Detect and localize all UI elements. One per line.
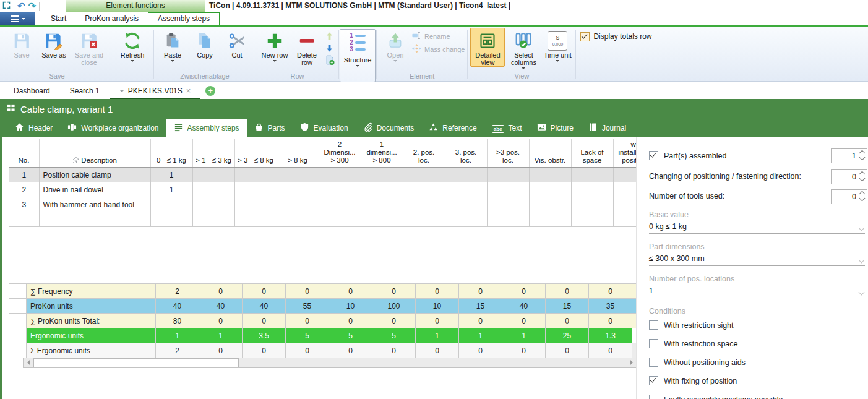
ribbon-tab-assembly-steps[interactable]: Assembly steps	[148, 12, 220, 25]
select-columns-button[interactable]: Select columns	[505, 28, 542, 72]
cell-value[interactable]	[361, 212, 403, 227]
doc-tab-dashboard[interactable]: Dashboard	[4, 82, 60, 100]
condition-with-restriction-sight[interactable]: With restriction sight	[649, 320, 734, 330]
cell-value[interactable]	[319, 168, 361, 182]
cell-value[interactable]	[192, 182, 234, 197]
time-unit-button[interactable]: s0.000 Time unit	[542, 28, 573, 64]
cell-value[interactable]	[319, 197, 361, 212]
ribbon-tab-start[interactable]: Start	[41, 12, 75, 25]
scroll-left-arrow[interactable]	[24, 358, 33, 366]
cell-value[interactable]	[319, 212, 361, 227]
cell-value[interactable]	[571, 197, 613, 212]
cell-value[interactable]	[361, 182, 403, 197]
rename-button[interactable]: Rename	[411, 30, 465, 42]
condition-with-fixing-of-position[interactable]: With fixing of position	[649, 376, 737, 385]
cell-value[interactable]	[403, 212, 445, 227]
condition-without-positioning-aids[interactable]: Without positioning aids	[649, 358, 746, 367]
paste-button[interactable]: Paste	[157, 28, 189, 64]
cell-value[interactable]	[277, 212, 319, 227]
cell-value[interactable]	[277, 182, 319, 197]
checkbox-icon[interactable]	[649, 376, 658, 385]
cell-value[interactable]	[403, 182, 445, 197]
cell-value[interactable]	[234, 168, 277, 182]
tab-evaluation[interactable]: Evaluation	[293, 119, 356, 137]
table-row[interactable]: 1Position cable clamp1	[9, 168, 663, 182]
doc-tab-pkektks-v01s[interactable]: PKEKTKS.V01S×	[110, 82, 201, 100]
cell-value[interactable]	[150, 197, 192, 212]
cut-button[interactable]: Cut	[221, 28, 253, 59]
cell-value[interactable]	[403, 197, 445, 212]
cell-value[interactable]	[361, 168, 403, 182]
tab-picture[interactable]: Picture	[530, 119, 581, 137]
cell-value[interactable]	[277, 168, 319, 182]
cell-value[interactable]	[192, 197, 234, 212]
condition-with-restriction-space[interactable]: With restriction space	[649, 339, 737, 348]
cell-value[interactable]	[529, 212, 571, 227]
cell-value[interactable]	[571, 182, 613, 197]
basic-value-dropdown[interactable]: 0 kg ≤ 1 kg	[649, 221, 865, 234]
structure-button[interactable]: 1 2 3 Structure	[340, 29, 376, 82]
cell-value[interactable]	[571, 168, 613, 182]
spinner-arrows-icon[interactable]	[860, 192, 864, 200]
cell-value[interactable]	[487, 182, 529, 197]
refresh-button[interactable]: Refresh	[114, 28, 151, 64]
cell-value[interactable]	[150, 212, 192, 227]
cell-value[interactable]: 1	[150, 182, 192, 197]
copy-button[interactable]: Copy	[189, 28, 221, 59]
cell-description[interactable]	[39, 212, 150, 227]
cell-value[interactable]	[445, 182, 487, 197]
add-tab-button[interactable]: +	[205, 86, 215, 96]
tab-documents[interactable]: Documents	[356, 119, 422, 137]
cell-value[interactable]	[487, 168, 529, 182]
doc-tab-search-1[interactable]: Search 1	[60, 82, 110, 100]
checkbox-icon[interactable]	[649, 395, 658, 399]
tab-assembly-steps[interactable]: Assembly steps	[166, 119, 247, 137]
redo-icon[interactable]: ↷	[28, 2, 37, 11]
tab-reference[interactable]: Reference	[421, 119, 484, 137]
cell-value[interactable]	[529, 197, 571, 212]
condition-faulty-assembly-positions-possible[interactable]: Faulty assembly positions possible	[649, 395, 783, 399]
cell-value[interactable]	[234, 212, 277, 227]
detailed-view-button[interactable]: Detailed view	[470, 28, 505, 67]
cell-description[interactable]: Position cable clamp	[39, 168, 150, 182]
cell-value[interactable]	[445, 197, 487, 212]
cell-value[interactable]	[445, 212, 487, 227]
new-row-button[interactable]: New row	[259, 28, 291, 64]
close-tab-icon[interactable]: ×	[186, 87, 191, 95]
cell-value[interactable]: 1	[150, 168, 192, 182]
cell-value[interactable]	[445, 168, 487, 182]
display-totals-row-checkbox[interactable]: Display totals row	[577, 28, 654, 81]
parts-assembled-checkbox[interactable]	[649, 151, 658, 160]
horizontal-scrollbar[interactable]	[23, 358, 637, 368]
cell-value[interactable]	[571, 212, 613, 227]
cell-value[interactable]	[234, 182, 277, 197]
application-menu-button[interactable]	[0, 12, 35, 25]
chevron-down-icon[interactable]	[119, 90, 124, 95]
checkbox-icon[interactable]	[649, 320, 658, 330]
delete-row-button[interactable]: Delete row	[291, 28, 323, 67]
open-button[interactable]: Open	[379, 28, 411, 64]
checkbox-icon[interactable]	[649, 339, 658, 348]
pos-locations-dropdown[interactable]: 1	[649, 286, 865, 298]
cell-description[interactable]: With hammer and hand tool	[39, 197, 150, 212]
undo-icon[interactable]: ↶	[17, 2, 25, 11]
table-row[interactable]: 3With hammer and hand tool	[9, 197, 663, 212]
changing-direction-spinner[interactable]: 0	[831, 169, 867, 184]
cell-value[interactable]	[403, 168, 445, 182]
cell-value[interactable]	[529, 182, 571, 197]
mass-change-button[interactable]: Mass change	[411, 43, 465, 55]
spinner-arrows-icon[interactable]	[860, 172, 864, 181]
table-row[interactable]	[9, 212, 663, 227]
tab-parts[interactable]: Parts	[247, 119, 293, 137]
save-button[interactable]: Save	[6, 28, 38, 59]
add-document-row-button[interactable]	[324, 54, 335, 65]
tab-workplace-organization[interactable]: Workplace organization	[60, 119, 166, 137]
cell-value[interactable]	[192, 212, 234, 227]
cell-value[interactable]	[319, 182, 361, 197]
cell-value[interactable]	[277, 197, 319, 212]
cell-value[interactable]	[487, 212, 529, 227]
tools-used-spinner[interactable]: 0	[831, 189, 867, 204]
move-row-down-button[interactable]	[324, 43, 335, 53]
scroll-right-arrow[interactable]	[627, 358, 637, 366]
ribbon-tab-prokon-analysis[interactable]: ProKon analysis	[75, 12, 148, 25]
